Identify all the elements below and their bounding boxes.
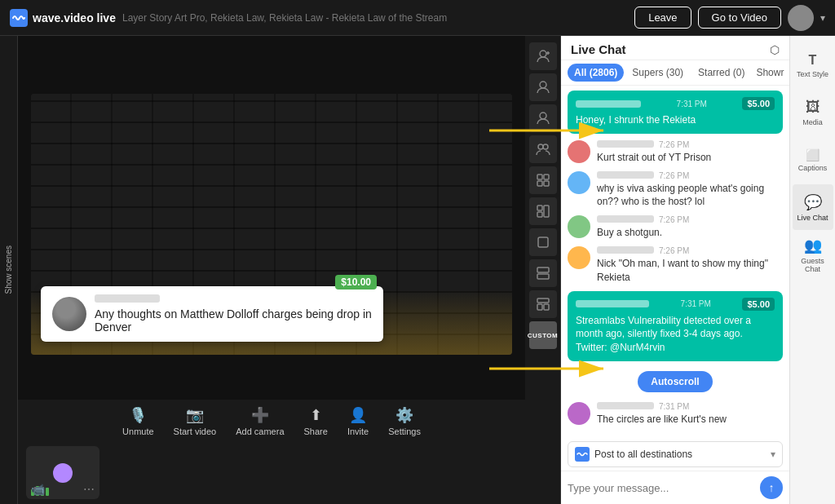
av-btn-6[interactable] (529, 197, 557, 225)
text-style-icon: T (809, 53, 817, 68)
chat-header: Live Chat ⬡ (561, 36, 789, 60)
svg-point-1 (540, 51, 546, 57)
captions-label: Captions (798, 164, 828, 172)
av-btn-8[interactable] (529, 259, 557, 287)
external-link-icon[interactable]: ⬡ (770, 43, 780, 56)
msg-avatar-7 (568, 402, 590, 425)
av-btn-2[interactable] (529, 73, 557, 101)
wavevideo-dest-icon (575, 447, 590, 462)
captions-icon: ⬜ (806, 148, 820, 161)
add-camera-button[interactable]: ➕ Add camera (236, 406, 284, 436)
av-btn-1[interactable] (529, 42, 557, 70)
svg-rect-9 (544, 175, 549, 179)
settings-label: Settings (388, 427, 421, 436)
add-camera-icon: ➕ (251, 406, 269, 424)
svg-rect-10 (537, 181, 542, 186)
right-icons-panel: T Text Style 🖼 Media ⬜ Captions 💬 Live C… (789, 36, 835, 504)
media-icon: 🖼 (806, 99, 820, 116)
message-input-row: ↑ (561, 471, 789, 504)
msg-avatar-3 (568, 171, 590, 194)
chat-tab-showr[interactable]: Showr (753, 65, 787, 80)
user-avatar (788, 5, 814, 31)
header: wave.video live Layer Story Art Pro, Rek… (0, 0, 835, 36)
svg-rect-18 (537, 298, 549, 303)
chat-tab-starred[interactable]: Starred (0) (691, 64, 751, 82)
header-right: Leave Go to Video ▾ (634, 5, 825, 31)
share-button[interactable]: ⬆ Share (304, 406, 328, 436)
msg-name-4 (597, 215, 654, 223)
wavevideo-logo-icon (10, 9, 28, 27)
live-chat-icon: 💬 (804, 193, 822, 211)
custom-button[interactable]: CUSTOM (529, 321, 557, 349)
msg-body-5: 7:26 PM Nick "Oh man, I want to show my … (597, 246, 783, 285)
chat-tabs: All (2806) Supers (30) Starred (0) Showr (561, 60, 789, 86)
super-chat-msg-2: 7:31 PM $5.00 Streamlabs Vulnerability d… (568, 291, 783, 361)
chat-messages: 7:31 PM $5.00 Honey, I shrunk the Rekiet… (561, 86, 789, 438)
show-scenes-label[interactable]: Show scenes (4, 245, 13, 294)
msg-body-2: 7:26 PM Kurt strait out of YT Prison (597, 140, 783, 165)
media-button[interactable]: 🖼 Media (793, 90, 833, 135)
msg-name-3 (597, 171, 654, 179)
msg-avatar-4 (568, 215, 590, 238)
chat-tab-supers[interactable]: Supers (30) (625, 64, 690, 82)
msg-name-row-3: 7:26 PM (597, 171, 783, 180)
unmute-button[interactable]: 🎙️ Unmute (122, 406, 154, 436)
av-btn-7[interactable] (529, 228, 557, 256)
chat-msg-7: 7:31 PM The circles are like Kurt's new (568, 402, 783, 427)
destination-text: Post to all destinations (594, 449, 766, 460)
header-status: Layer Story Art Pro, Rekieta Law, Rekiet… (122, 12, 447, 24)
msg-body-3: 7:26 PM why is viva asking people what's… (597, 171, 783, 210)
chat-msg-5: 7:26 PM Nick "Oh man, I want to show my … (568, 246, 783, 285)
guests-chat-button[interactable]: 👥 Guests Chat (793, 232, 833, 277)
text-style-button[interactable]: T Text Style (793, 42, 833, 88)
msg-text-4: Buy a shotgun. (597, 226, 783, 240)
message-input[interactable] (568, 482, 755, 494)
super-msg-header-1: 7:31 PM $5.00 (576, 97, 775, 110)
msg-name-row-7: 7:31 PM (597, 402, 783, 411)
super-msg-text-1: Honey, I shrunk the Rekieta (576, 113, 775, 127)
svg-rect-13 (544, 206, 549, 217)
logo: wave.video live (10, 9, 116, 27)
super-chat-msg-1: 7:31 PM $5.00 Honey, I shrunk the Rekiet… (568, 91, 783, 134)
captions-button[interactable]: ⬜ Captions (793, 137, 833, 183)
go-to-video-button[interactable]: Go to Video (698, 7, 781, 29)
invite-button[interactable]: 👤 Invite (347, 406, 369, 436)
send-button[interactable]: ↑ (760, 476, 783, 499)
msg-time-5: 7:26 PM (659, 246, 689, 255)
start-video-button[interactable]: 📷 Start video (174, 406, 217, 436)
msg-name-row-4: 7:26 PM (597, 215, 783, 224)
more-options-icon[interactable]: ⋯ (83, 483, 95, 496)
preview-avatar-circle (53, 463, 73, 483)
super-msg-text-2: Streamlabs Vulnerability detected over a… (576, 314, 775, 355)
destination-selector[interactable]: Post to all destinations ▾ (568, 441, 783, 467)
msg-name-row-5: 7:26 PM (597, 246, 783, 255)
svg-rect-16 (537, 267, 549, 272)
av-btn-5[interactable] (529, 166, 557, 194)
unmute-label: Unmute (122, 427, 154, 436)
svg-rect-17 (537, 274, 549, 279)
av-btn-4[interactable] (529, 135, 557, 163)
autoscroll-button[interactable]: Autoscroll (638, 371, 712, 392)
av-btn-3[interactable] (529, 104, 557, 132)
settings-button[interactable]: ⚙️ Settings (388, 406, 421, 436)
live-chat-label: Live Chat (797, 214, 828, 222)
live-chat-button[interactable]: 💬 Live Chat (793, 184, 833, 230)
msg-time-4: 7:26 PM (659, 215, 689, 224)
sc-overlay-content: Any thoughts on Matthew Dolloff charges … (95, 294, 372, 334)
video-canvas: $10.00 Any thoughts on Matthew Dolloff c… (31, 94, 512, 355)
chat-tab-all[interactable]: All (2806) (568, 64, 624, 82)
avatar-column: CUSTOM (525, 36, 561, 504)
svg-rect-12 (537, 206, 542, 210)
chat-msg-2: 7:26 PM Kurt strait out of YT Prison (568, 140, 783, 165)
user-menu-chevron[interactable]: ▾ (820, 12, 825, 24)
chat-msg-4: 7:26 PM Buy a shotgun. (568, 215, 783, 240)
header-left: wave.video live Layer Story Art Pro, Rek… (10, 9, 447, 27)
av-btn-9[interactable] (529, 290, 557, 318)
invite-icon: 👤 (349, 406, 367, 424)
svg-rect-11 (544, 181, 549, 186)
preview-tile-1[interactable]: 📹 ⋯ (26, 446, 99, 499)
msg-time-2: 7:26 PM (659, 140, 689, 149)
leave-button[interactable]: Leave (634, 7, 691, 29)
sc-overlay-text: Any thoughts on Matthew Dolloff charges … (95, 307, 372, 334)
share-icon: ⬆ (310, 406, 322, 424)
